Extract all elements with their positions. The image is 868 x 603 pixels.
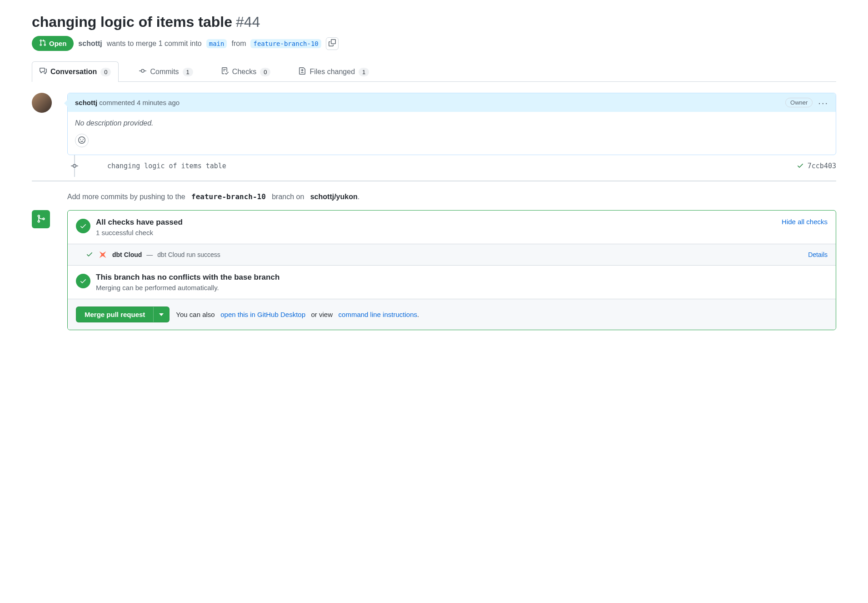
check-circle-icon <box>76 219 90 233</box>
pr-number: #44 <box>236 14 260 30</box>
push-hint-branch: feature-branch-10 <box>191 192 266 201</box>
check-detail-row: dbt Cloud — dbt Cloud run success Detail… <box>68 244 836 266</box>
merge-status-area: All checks have passed 1 successful chec… <box>67 210 836 330</box>
merge-hint-prefix: You can also <box>176 311 215 318</box>
check-description: dbt Cloud run success <box>157 251 220 258</box>
checks-title: All checks have passed <box>96 218 183 227</box>
state-badge-open: Open <box>32 36 74 51</box>
copy-icon <box>329 39 336 48</box>
merge-options-dropdown[interactable] <box>153 307 169 322</box>
git-pull-request-icon <box>39 39 46 48</box>
head-branch[interactable]: feature-branch-10 <box>250 39 321 48</box>
merge-hint-mid: or view <box>311 311 333 318</box>
tab-counter: 1 <box>359 68 369 76</box>
smiley-icon <box>78 136 85 145</box>
pr-description-comment: schottj commented 4 minutes ago Owner ··… <box>67 93 836 155</box>
check-details-link[interactable]: Details <box>808 251 828 258</box>
merge-hint: You can also open this in GitHub Desktop… <box>176 311 419 318</box>
push-hint-suffix: . <box>358 193 359 201</box>
commit-message[interactable]: changing logic of items table <box>107 162 226 170</box>
check-icon <box>86 251 93 259</box>
state-label: Open <box>49 40 66 47</box>
conflict-status-row: This branch has no conflicts with the ba… <box>68 266 836 299</box>
push-hint: Add more commits by pushing to the featu… <box>67 191 836 210</box>
checks-status-row: All checks have passed 1 successful chec… <box>68 211 836 244</box>
check-icon[interactable] <box>797 162 804 171</box>
pr-meta-row: Open schottj wants to merge 1 commit int… <box>32 36 836 51</box>
add-reaction-button[interactable] <box>75 134 89 147</box>
merge-hint-suffix: . <box>417 311 419 318</box>
discussion-timeline: schottj commented 4 minutes ago Owner ··… <box>32 93 836 330</box>
pr-title-row: changing logic of items table #44 <box>32 14 836 30</box>
comment-discussion-icon <box>40 67 47 76</box>
tab-counter: 1 <box>183 68 193 76</box>
from-word: from <box>231 40 246 48</box>
git-merge-badge <box>32 210 50 228</box>
pr-tabnav: Conversation 0 Commits 1 Checks 0 Files … <box>32 61 836 82</box>
tab-checks[interactable]: Checks 0 <box>214 61 279 82</box>
tab-label: Conversation <box>50 68 97 76</box>
author-avatar[interactable] <box>32 93 52 113</box>
triangle-down-icon <box>159 311 164 318</box>
comment-action: commented <box>99 99 135 106</box>
base-branch[interactable]: main <box>206 39 227 48</box>
merge-text: wants to merge 1 commit into <box>107 40 202 48</box>
comment-actions-menu[interactable]: ··· <box>818 98 828 107</box>
tab-counter: 0 <box>260 68 270 76</box>
check-circle-icon <box>76 274 90 288</box>
tab-commits[interactable]: Commits 1 <box>131 61 200 82</box>
commit-sha[interactable]: 7ccb403 <box>808 162 836 170</box>
merge-pull-request-button[interactable]: Merge pull request <box>76 307 153 322</box>
git-merge-icon <box>36 214 45 225</box>
pr-author[interactable]: schottj <box>78 40 102 48</box>
file-diff-icon <box>299 67 306 76</box>
merge-box: All checks have passed 1 successful chec… <box>67 210 836 330</box>
no-description-text: No description provided. <box>75 119 828 127</box>
push-hint-middle: branch on <box>272 193 304 201</box>
checklist-icon <box>221 67 229 76</box>
tab-files-changed[interactable]: Files changed 1 <box>291 61 377 82</box>
timeline-commit-row: changing logic of items table 7ccb403 <box>67 155 836 177</box>
check-separator: — <box>146 251 153 258</box>
command-line-instructions-link[interactable]: command line instructions <box>339 311 417 318</box>
push-hint-repo: schottj/yukon <box>310 193 358 201</box>
timeline-divider <box>32 181 836 181</box>
owner-badge: Owner <box>785 98 813 107</box>
merge-pull-request-button-group: Merge pull request <box>76 307 170 322</box>
pr-title: changing logic of items table <box>32 14 232 30</box>
git-commit-icon <box>70 161 79 171</box>
comment-time[interactable]: 4 minutes ago <box>137 99 180 106</box>
copy-branch-button[interactable] <box>326 37 339 50</box>
comment-body: No description provided. <box>68 112 836 155</box>
comment-header: schottj commented 4 minutes ago Owner ··… <box>68 93 836 112</box>
tab-label: Files changed <box>309 68 355 76</box>
dbt-logo-icon <box>98 250 108 260</box>
hide-all-checks-link[interactable]: Hide all checks <box>782 218 828 226</box>
tab-counter: 0 <box>100 68 111 76</box>
conflict-subtitle: Merging can be performed automatically. <box>96 284 279 291</box>
tab-label: Commits <box>150 68 179 76</box>
open-in-desktop-link[interactable]: open this in GitHub Desktop <box>220 311 305 318</box>
checks-subtitle: 1 successful check <box>96 229 183 236</box>
pr-header: changing logic of items table #44 Open s… <box>32 14 836 51</box>
comment-author[interactable]: schottj <box>75 99 97 106</box>
conflict-title: This branch has no conflicts with the ba… <box>96 273 279 282</box>
push-hint-prefix: Add more commits by pushing to the <box>67 193 185 201</box>
merge-action-row: Merge pull request You can also open thi… <box>68 299 836 330</box>
tab-label: Checks <box>232 68 256 76</box>
tab-conversation[interactable]: Conversation 0 <box>32 61 119 82</box>
check-name[interactable]: dbt Cloud <box>112 251 142 258</box>
git-commit-icon <box>139 67 146 76</box>
